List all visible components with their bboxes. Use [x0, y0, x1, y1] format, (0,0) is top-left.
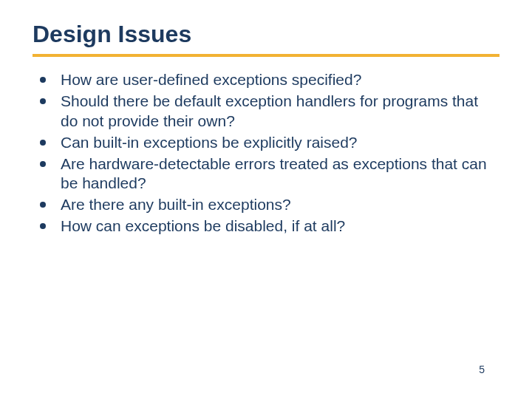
bullet-text: How can exceptions be disabled, if at al…: [61, 217, 345, 234]
bullet-icon: [40, 98, 46, 104]
page-number: 5: [479, 364, 485, 375]
bullet-list: How are user-defined exceptions specifie…: [35, 70, 494, 236]
list-item: How can exceptions be disabled, if at al…: [35, 216, 494, 236]
bullet-text: Are hardware-detectable errors treated a…: [61, 155, 487, 192]
slide: Design Issues How are user-defined excep…: [0, 0, 532, 399]
bullet-icon: [40, 77, 46, 83]
list-item: How are user-defined exceptions specifie…: [35, 70, 494, 90]
title-underline: [33, 54, 499, 57]
bullet-text: How are user-defined exceptions specifie…: [61, 71, 361, 88]
slide-title: Design Issues: [33, 21, 499, 52]
bullet-icon: [40, 223, 46, 229]
list-item: Are hardware-detectable errors treated a…: [35, 154, 494, 194]
list-item: Should there be default exception handle…: [35, 92, 494, 132]
bullet-icon: [40, 161, 46, 167]
list-item: Are there any built-in exceptions?: [35, 195, 494, 215]
bullet-text: Can built-in exceptions be explicitly ra…: [61, 134, 358, 151]
bullet-text: Should there be default exception handle…: [61, 92, 478, 129]
bullet-icon: [40, 140, 46, 146]
bullet-text: Are there any built-in exceptions?: [61, 196, 291, 213]
bullet-icon: [40, 202, 46, 208]
slide-content: How are user-defined exceptions specifie…: [33, 70, 499, 236]
list-item: Can built-in exceptions be explicitly ra…: [35, 133, 494, 153]
